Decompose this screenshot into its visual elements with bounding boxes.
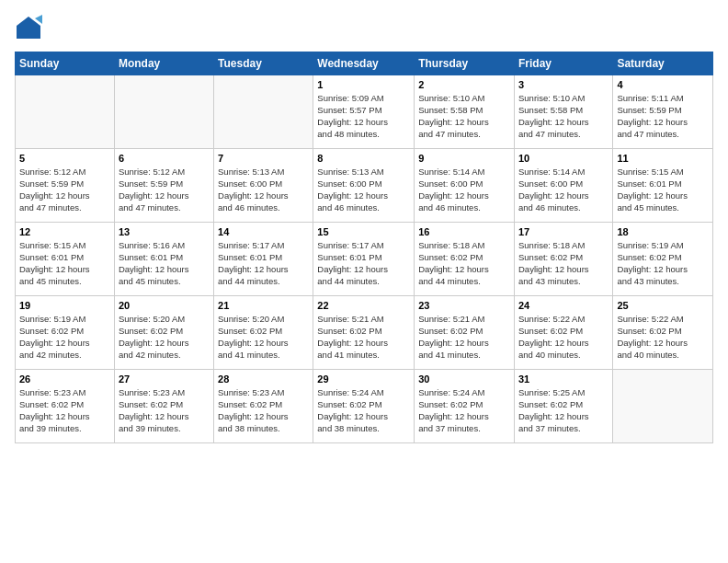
calendar-week-2: 12Sunrise: 5:15 AM Sunset: 6:01 PM Dayli… xyxy=(16,223,713,296)
weekday-header-tuesday: Tuesday xyxy=(214,52,313,75)
day-number: 29 xyxy=(317,373,410,385)
day-number: 6 xyxy=(119,152,210,165)
calendar-week-0: 1Sunrise: 5:09 AM Sunset: 5:57 PM Daylig… xyxy=(16,75,713,149)
cell-info: Sunrise: 5:23 AM Sunset: 6:02 PM Dayligh… xyxy=(218,387,309,434)
calendar-cell: 14Sunrise: 5:17 AM Sunset: 6:01 PM Dayli… xyxy=(214,223,313,296)
calendar-table: SundayMondayTuesdayWednesdayThursdayFrid… xyxy=(15,52,713,443)
weekday-header-saturday: Saturday xyxy=(613,52,713,75)
day-number: 12 xyxy=(19,225,110,238)
cell-info: Sunrise: 5:10 AM Sunset: 5:58 PM Dayligh… xyxy=(418,93,510,140)
day-number: 28 xyxy=(218,373,309,385)
day-number: 3 xyxy=(518,78,609,91)
page-header xyxy=(15,15,713,42)
calendar-cell: 10Sunrise: 5:14 AM Sunset: 6:00 PM Dayli… xyxy=(514,149,612,223)
calendar-week-4: 26Sunrise: 5:23 AM Sunset: 6:02 PM Dayli… xyxy=(16,370,713,443)
logo xyxy=(15,15,46,42)
day-number: 20 xyxy=(119,299,210,312)
calendar-cell: 11Sunrise: 5:15 AM Sunset: 6:01 PM Dayli… xyxy=(613,149,713,223)
day-number: 10 xyxy=(518,152,609,165)
calendar-cell: 13Sunrise: 5:16 AM Sunset: 6:01 PM Dayli… xyxy=(114,223,213,296)
day-number: 17 xyxy=(518,225,609,238)
cell-info: Sunrise: 5:15 AM Sunset: 6:01 PM Dayligh… xyxy=(617,167,709,213)
day-number: 21 xyxy=(218,299,309,312)
calendar-cell: 8Sunrise: 5:13 AM Sunset: 6:00 PM Daylig… xyxy=(313,149,415,223)
day-number: 1 xyxy=(317,78,410,91)
calendar-cell: 6Sunrise: 5:12 AM Sunset: 5:59 PM Daylig… xyxy=(114,149,213,223)
calendar-cell: 19Sunrise: 5:19 AM Sunset: 6:02 PM Dayli… xyxy=(16,296,115,370)
calendar-cell: 12Sunrise: 5:15 AM Sunset: 6:01 PM Dayli… xyxy=(16,223,115,296)
day-number: 14 xyxy=(218,225,309,238)
cell-info: Sunrise: 5:20 AM Sunset: 6:02 PM Dayligh… xyxy=(218,314,309,361)
calendar-cell: 3Sunrise: 5:10 AM Sunset: 5:58 PM Daylig… xyxy=(514,75,612,149)
cell-info: Sunrise: 5:09 AM Sunset: 5:57 PM Dayligh… xyxy=(317,93,410,140)
cell-info: Sunrise: 5:16 AM Sunset: 6:01 PM Dayligh… xyxy=(119,240,210,287)
day-number: 30 xyxy=(418,373,510,385)
cell-info: Sunrise: 5:22 AM Sunset: 6:02 PM Dayligh… xyxy=(518,314,609,361)
cell-info: Sunrise: 5:21 AM Sunset: 6:02 PM Dayligh… xyxy=(317,314,410,361)
day-number: 25 xyxy=(617,299,709,312)
day-number: 23 xyxy=(418,299,510,312)
calendar-cell: 7Sunrise: 5:13 AM Sunset: 6:00 PM Daylig… xyxy=(214,149,313,223)
weekday-header-monday: Monday xyxy=(114,52,213,75)
cell-info: Sunrise: 5:14 AM Sunset: 6:00 PM Dayligh… xyxy=(518,167,609,213)
day-number: 2 xyxy=(418,78,510,91)
cell-info: Sunrise: 5:13 AM Sunset: 6:00 PM Dayligh… xyxy=(317,167,410,213)
calendar-cell: 18Sunrise: 5:19 AM Sunset: 6:02 PM Dayli… xyxy=(613,223,713,296)
cell-info: Sunrise: 5:17 AM Sunset: 6:01 PM Dayligh… xyxy=(218,240,309,287)
day-number: 31 xyxy=(518,373,609,385)
calendar-cell: 20Sunrise: 5:20 AM Sunset: 6:02 PM Dayli… xyxy=(114,296,213,370)
cell-info: Sunrise: 5:22 AM Sunset: 6:02 PM Dayligh… xyxy=(617,314,709,361)
weekday-header-wednesday: Wednesday xyxy=(313,52,415,75)
day-number: 18 xyxy=(617,225,709,238)
day-number: 22 xyxy=(317,299,410,312)
day-number: 4 xyxy=(617,78,709,91)
calendar-cell: 22Sunrise: 5:21 AM Sunset: 6:02 PM Dayli… xyxy=(313,296,415,370)
calendar-cell: 24Sunrise: 5:22 AM Sunset: 6:02 PM Dayli… xyxy=(514,296,612,370)
day-number: 13 xyxy=(119,225,210,238)
calendar-cell: 31Sunrise: 5:25 AM Sunset: 6:02 PM Dayli… xyxy=(514,370,612,443)
cell-info: Sunrise: 5:19 AM Sunset: 6:02 PM Dayligh… xyxy=(617,240,709,287)
cell-info: Sunrise: 5:10 AM Sunset: 5:58 PM Dayligh… xyxy=(518,93,609,140)
day-number: 15 xyxy=(317,225,410,238)
calendar-cell: 28Sunrise: 5:23 AM Sunset: 6:02 PM Dayli… xyxy=(214,370,313,443)
calendar-cell: 15Sunrise: 5:17 AM Sunset: 6:01 PM Dayli… xyxy=(313,223,415,296)
cell-info: Sunrise: 5:13 AM Sunset: 6:00 PM Dayligh… xyxy=(218,167,309,213)
calendar-cell: 9Sunrise: 5:14 AM Sunset: 6:00 PM Daylig… xyxy=(415,149,515,223)
weekday-header-friday: Friday xyxy=(514,52,612,75)
calendar-cell: 21Sunrise: 5:20 AM Sunset: 6:02 PM Dayli… xyxy=(214,296,313,370)
cell-info: Sunrise: 5:21 AM Sunset: 6:02 PM Dayligh… xyxy=(418,314,510,361)
day-number: 5 xyxy=(19,152,110,165)
weekday-header-row: SundayMondayTuesdayWednesdayThursdayFrid… xyxy=(16,52,713,75)
day-number: 27 xyxy=(119,373,210,385)
cell-info: Sunrise: 5:11 AM Sunset: 5:59 PM Dayligh… xyxy=(617,93,709,140)
calendar-cell: 27Sunrise: 5:23 AM Sunset: 6:02 PM Dayli… xyxy=(114,370,213,443)
day-number: 16 xyxy=(418,225,510,238)
day-number: 7 xyxy=(218,152,309,165)
day-number: 24 xyxy=(518,299,609,312)
calendar-cell xyxy=(613,370,713,443)
cell-info: Sunrise: 5:20 AM Sunset: 6:02 PM Dayligh… xyxy=(119,314,210,361)
calendar-cell: 5Sunrise: 5:12 AM Sunset: 5:59 PM Daylig… xyxy=(16,149,115,223)
calendar-cell: 17Sunrise: 5:18 AM Sunset: 6:02 PM Dayli… xyxy=(514,223,612,296)
cell-info: Sunrise: 5:23 AM Sunset: 6:02 PM Dayligh… xyxy=(19,387,110,434)
weekday-header-sunday: Sunday xyxy=(16,52,115,75)
cell-info: Sunrise: 5:12 AM Sunset: 5:59 PM Dayligh… xyxy=(119,167,210,213)
cell-info: Sunrise: 5:17 AM Sunset: 6:01 PM Dayligh… xyxy=(317,240,410,287)
calendar-cell: 1Sunrise: 5:09 AM Sunset: 5:57 PM Daylig… xyxy=(313,75,415,149)
day-number: 8 xyxy=(317,152,410,165)
cell-info: Sunrise: 5:15 AM Sunset: 6:01 PM Dayligh… xyxy=(19,240,110,287)
calendar-cell: 4Sunrise: 5:11 AM Sunset: 5:59 PM Daylig… xyxy=(613,75,713,149)
cell-info: Sunrise: 5:12 AM Sunset: 5:59 PM Dayligh… xyxy=(19,167,110,213)
day-number: 11 xyxy=(617,152,709,165)
calendar-cell xyxy=(114,75,213,149)
svg-marker-0 xyxy=(17,17,40,39)
calendar-cell: 23Sunrise: 5:21 AM Sunset: 6:02 PM Dayli… xyxy=(415,296,515,370)
day-number: 26 xyxy=(19,373,110,385)
weekday-header-thursday: Thursday xyxy=(415,52,515,75)
calendar-page: SundayMondayTuesdayWednesdayThursdayFrid… xyxy=(0,0,728,563)
calendar-cell xyxy=(16,75,115,149)
cell-info: Sunrise: 5:23 AM Sunset: 6:02 PM Dayligh… xyxy=(119,387,210,434)
day-number: 9 xyxy=(418,152,510,165)
cell-info: Sunrise: 5:25 AM Sunset: 6:02 PM Dayligh… xyxy=(518,387,609,434)
calendar-cell: 2Sunrise: 5:10 AM Sunset: 5:58 PM Daylig… xyxy=(415,75,515,149)
